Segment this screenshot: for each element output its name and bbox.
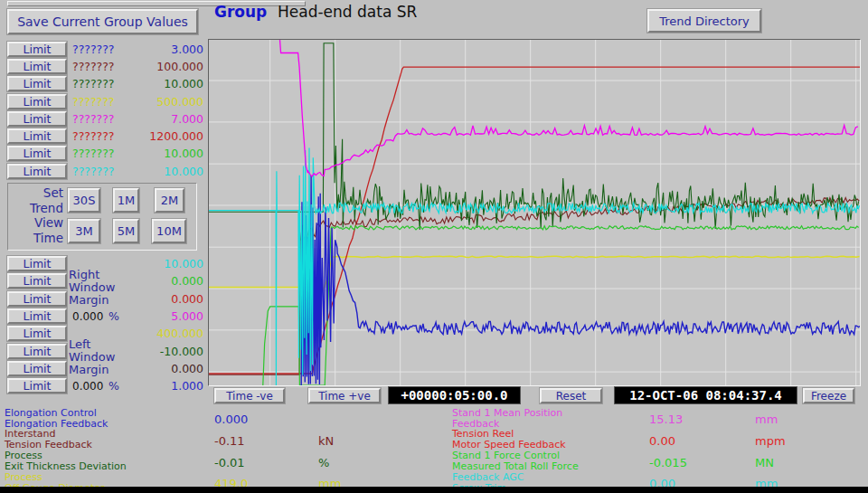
- trend-time-10m-button[interactable]: 10M: [152, 219, 186, 243]
- status-unit: kN: [318, 434, 334, 448]
- elapsed-time-display: +00000:05:00.0: [388, 386, 521, 404]
- status-value: -0.01: [214, 456, 245, 469]
- limit-value: 100.000: [99, 60, 203, 73]
- limit-row: Limit ??????? 1200.000: [0, 128, 206, 146]
- left-window-margin-label: Left Window Margin: [69, 338, 115, 376]
- limit-row: Limit ??????? 3.000: [0, 42, 206, 59]
- limit-value: 10.000: [99, 147, 203, 160]
- label-line: Stand 1 Force Control: [452, 450, 579, 461]
- limit-value: 10.000: [99, 77, 203, 90]
- status-label: Interstand Tension Feedback: [5, 429, 92, 450]
- left-window-margin-percent: %: [108, 379, 119, 393]
- label-line: Trend: [13, 201, 63, 216]
- group-name: Head-end data SR: [278, 3, 417, 21]
- label-line: Time: [13, 231, 63, 246]
- limit-button[interactable]: Limit: [7, 308, 67, 324]
- limit-button[interactable]: Limit: [7, 344, 67, 359]
- right-window-margin-percent: %: [108, 309, 119, 323]
- limit-row: Limit ??????? 7.000: [0, 111, 206, 128]
- limit-value: 3.000: [99, 43, 203, 56]
- trend-view-time-label: Set Trend View Time: [13, 185, 63, 245]
- datetime-display: 12-OCT-06 08:04:37.4: [614, 386, 797, 404]
- status-label: Stand 1 Force Control Measured Total Rol…: [452, 450, 579, 471]
- status-unit: mpm: [755, 434, 786, 448]
- limit-value: 1200.000: [99, 129, 203, 143]
- status-value: 15.13: [649, 412, 683, 426]
- status-label: Stand 1 Mean Position Feedback: [452, 408, 562, 429]
- status-label: Process Exit Thickness Deviation: [5, 450, 127, 471]
- label-line: Exit Thickness Deviation: [5, 461, 127, 472]
- limit-button[interactable]: Limit: [7, 146, 67, 161]
- label-line: Margin: [69, 364, 115, 376]
- limit-row: Limit ??????? 10.000: [0, 146, 206, 163]
- status-value: -0.11: [214, 434, 245, 448]
- label-line: Feedback AGC: [452, 472, 524, 483]
- limit-button[interactable]: Limit: [7, 273, 67, 289]
- limit-button[interactable]: Limit: [7, 94, 67, 109]
- status-value: 0.000: [214, 412, 248, 426]
- limit-button[interactable]: Limit: [7, 378, 67, 393]
- trend-time-1m-button[interactable]: 1M: [113, 188, 139, 213]
- status-value: 0.00: [649, 434, 675, 448]
- label-line: Right: [69, 269, 115, 281]
- limit-row: Limit ??????? 100.000: [0, 59, 206, 76]
- trend-time-5m-button[interactable]: 5M: [113, 219, 139, 243]
- label-line: Interstand: [5, 429, 92, 440]
- limit-row: Limit ??????? 500.000: [0, 94, 206, 111]
- label-line: Window: [69, 281, 115, 294]
- label-line: Process: [5, 472, 105, 483]
- label-line: View: [13, 215, 63, 231]
- status-label: Elongation Control Elongation Feedback: [5, 408, 108, 429]
- limit-button[interactable]: Limit: [7, 76, 67, 91]
- label-line: Tension Reel: [452, 429, 566, 440]
- group-label: Group: [214, 3, 267, 21]
- label-line: Motor Speed Feedback: [452, 440, 566, 450]
- limit-button[interactable]: Limit: [7, 59, 67, 74]
- limit-value: 10.000: [99, 165, 203, 178]
- status-label: Tension Reel Motor Speed Feedback: [452, 429, 566, 450]
- left-window-margin-value: 0.000: [72, 380, 103, 393]
- time-positive-button[interactable]: Time +ve: [308, 388, 381, 403]
- limit-button[interactable]: Limit: [7, 128, 67, 144]
- label-line: Measured Total Roll Force: [452, 461, 579, 472]
- reset-button[interactable]: Reset: [540, 388, 602, 403]
- bottom-black-bar: [0, 487, 868, 493]
- label-line: Left: [69, 338, 115, 351]
- limit-button[interactable]: Limit: [7, 291, 67, 307]
- label-line: Elongation Control: [5, 408, 108, 419]
- limit-button[interactable]: Limit: [7, 326, 67, 341]
- trend-plot-area[interactable]: [208, 39, 861, 386]
- save-current-group-values-button[interactable]: Save Current Group Values: [7, 9, 198, 34]
- label-line: Margin: [69, 294, 115, 307]
- label-line: Stand 1 Mean Position: [452, 408, 562, 419]
- right-window-margin-value: 0.000: [72, 310, 103, 323]
- limit-button[interactable]: Limit: [7, 42, 67, 57]
- right-window-margin-label: Right Window Margin: [69, 269, 115, 307]
- trend-application: Save Current Group Values Group Head-end…: [0, 0, 868, 493]
- label-line: Process: [5, 450, 127, 461]
- limit-button[interactable]: Limit: [7, 164, 67, 179]
- label-line: Set: [13, 185, 63, 201]
- limit-row: Limit ??????? 10.000: [0, 164, 206, 181]
- limit-value: 7.000: [99, 112, 203, 126]
- status-unit: MN: [755, 456, 774, 469]
- label-line: Window: [69, 351, 115, 364]
- trend-time-30s-button[interactable]: 30S: [68, 188, 100, 213]
- limit-value: 500.000: [99, 95, 203, 109]
- time-negative-button[interactable]: Time -ve: [214, 388, 285, 403]
- trend-directory-button[interactable]: Trend Directory: [647, 9, 761, 33]
- status-value: -0.015: [649, 456, 687, 469]
- label-line: Tension Feedback: [5, 440, 92, 450]
- trend-plot-svg: [209, 40, 860, 385]
- trend-time-3m-button[interactable]: 3M: [68, 219, 100, 243]
- status-unit: %: [318, 456, 329, 469]
- trend-time-2m-button[interactable]: 2M: [155, 188, 184, 213]
- limit-row: Limit ??????? 10.000: [0, 76, 206, 93]
- limit-button[interactable]: Limit: [7, 361, 67, 376]
- freeze-button[interactable]: Freeze: [803, 388, 854, 403]
- limit-button[interactable]: Limit: [7, 111, 67, 127]
- limit-button[interactable]: Limit: [7, 256, 67, 271]
- status-unit: mm: [755, 412, 778, 426]
